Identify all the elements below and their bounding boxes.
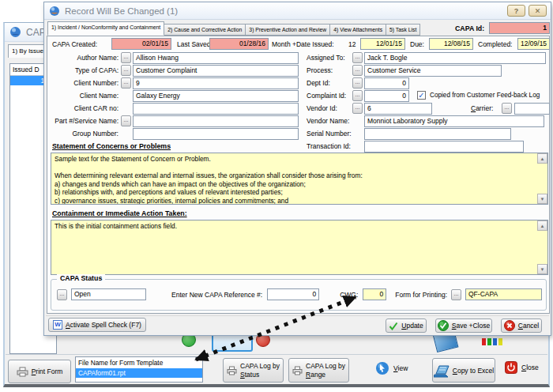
capa-app-icon bbox=[9, 26, 21, 38]
statement-textarea[interactable]: Sample text for the Statement of Concern… bbox=[51, 153, 548, 205]
form-for-printing-lookup-button[interactable]: ... bbox=[451, 289, 461, 300]
process-field[interactable]: Customer Service bbox=[364, 65, 502, 77]
client-car-no-label: Client CAR no: bbox=[46, 104, 118, 112]
vendor-id-label: Vendor Id: bbox=[307, 104, 337, 112]
close-button[interactable]: Close bbox=[505, 361, 539, 374]
dept-id-label: Dept Id: bbox=[307, 79, 330, 87]
complaint-id-label: Complaint Id: bbox=[307, 92, 346, 100]
form-for-printing-field[interactable]: QF-CAPA bbox=[465, 288, 542, 300]
capa-log-by-range-button[interactable]: CAPA Log by Range bbox=[288, 358, 349, 383]
process-lookup-button[interactable]: ... bbox=[352, 65, 363, 76]
type-lookup-button[interactable]: ... bbox=[121, 65, 131, 76]
status-lookup-button[interactable]: ... bbox=[57, 289, 67, 300]
containment-scroll-down[interactable]: ▼ bbox=[537, 264, 547, 274]
assigned-lookup-button[interactable]: ... bbox=[352, 52, 363, 63]
close-label: Close bbox=[521, 364, 539, 371]
print-form-button[interactable]: Print Form bbox=[8, 360, 71, 383]
last-saved-field[interactable]: 01/28/16 bbox=[209, 38, 269, 50]
author-name-label: Author Name: bbox=[46, 54, 118, 62]
containment-scroll-up[interactable]: ▲ bbox=[537, 220, 547, 231]
type-of-capa-label: Type of CAPA: bbox=[46, 66, 118, 74]
save-close-label: Save +Close bbox=[452, 322, 490, 330]
print-form-label: Print Form bbox=[32, 368, 63, 375]
vendor-name-field[interactable]: Monniot Laboratory Supply bbox=[364, 115, 544, 127]
complaint-lookup-button[interactable]: ... bbox=[352, 90, 363, 101]
assigned-to-label: Assigned To: bbox=[307, 54, 345, 62]
client-name-field[interactable]: Galaxy Energy bbox=[133, 90, 299, 102]
copy-to-excel-button[interactable]: Copy to Excel bbox=[432, 358, 495, 383]
printer-icon bbox=[227, 366, 237, 375]
assigned-to-field[interactable]: Jack T. Bogle bbox=[364, 52, 546, 64]
tab-view-attachments[interactable]: 4) View Attachments bbox=[330, 24, 386, 36]
capa-log-by-range-line1: CAPA Log by bbox=[306, 362, 345, 370]
carrier-field[interactable] bbox=[514, 103, 550, 115]
dept-id-field[interactable]: 0 bbox=[364, 77, 409, 89]
client-number-lookup-button[interactable]: ... bbox=[121, 77, 131, 89]
activate-spell-check-button[interactable]: W Activate Spell Check (F7) bbox=[48, 318, 146, 332]
tab-cause-corrective-action[interactable]: 2) Cause and Corrective Action bbox=[164, 24, 246, 36]
last-saved-label: Last Saved: bbox=[177, 40, 213, 48]
author-name-field[interactable]: Allison Hwang bbox=[133, 52, 299, 64]
client-number-field[interactable]: 9 bbox=[133, 77, 299, 89]
group-number-field[interactable] bbox=[133, 128, 299, 140]
cwg-field[interactable]: 0 bbox=[363, 288, 386, 300]
statement-scroll-up[interactable]: ▲ bbox=[537, 153, 547, 164]
close-dialog-button[interactable]: ✕ bbox=[529, 5, 547, 17]
serial-number-field[interactable] bbox=[364, 128, 511, 140]
dialog-titlebar[interactable]: Record Will Be Changed (1) bbox=[44, 2, 551, 20]
capa-log-by-status-line1: CAPA Log by bbox=[240, 362, 280, 370]
capa-id-label: CAPA Id: bbox=[455, 24, 484, 32]
copied-from-feedback-checkbox[interactable]: ✓ bbox=[417, 91, 426, 100]
part-lookup-button[interactable]: ... bbox=[121, 115, 131, 126]
author-lookup-button[interactable]: ... bbox=[121, 52, 131, 63]
status-field[interactable]: Open bbox=[71, 288, 146, 300]
printer-icon bbox=[292, 366, 303, 375]
vendor-name-label: Vendor Name: bbox=[307, 117, 349, 125]
vendor-lookup-button[interactable]: ... bbox=[352, 103, 363, 114]
client-car-no-field[interactable] bbox=[133, 103, 299, 115]
transaction-id-field[interactable] bbox=[364, 141, 524, 153]
dialog-title: Record Will Be Changed (1) bbox=[65, 6, 178, 16]
capa-log-by-status-button[interactable]: CAPA Log by Status bbox=[223, 358, 284, 383]
copy-to-excel-label: Copy to Excel bbox=[453, 367, 494, 375]
part-service-name-label: Part #/Service Name: bbox=[46, 117, 118, 125]
help-button[interactable]: ? bbox=[507, 5, 525, 17]
completed-field[interactable]: 12/09/15 bbox=[517, 38, 550, 50]
capa-created-field[interactable]: 02/01/15 bbox=[111, 38, 171, 50]
vendor-id-field[interactable]: 6 bbox=[364, 103, 432, 115]
capa-log-by-range-line2: Range bbox=[306, 371, 345, 379]
process-label: Process: bbox=[307, 66, 333, 74]
due-field[interactable]: 12/08/15 bbox=[429, 38, 473, 50]
group-number-label: Group Number: bbox=[46, 130, 118, 138]
hidden-colorful-icon[interactable] bbox=[482, 338, 502, 345]
new-capa-reference-field[interactable]: 0 bbox=[267, 288, 319, 300]
view-label: View bbox=[393, 364, 408, 372]
copy-to-excel-icon bbox=[434, 364, 450, 378]
record-will-be-changed-dialog: Record Will Be Changed (1) ? ✕ 1) Incide… bbox=[43, 2, 551, 336]
power-close-icon bbox=[505, 361, 517, 374]
green-circle-check-icon bbox=[438, 320, 449, 331]
containment-textarea[interactable]: This is the initial containment actions … bbox=[51, 220, 548, 275]
tab-task-list[interactable]: 5) Task List bbox=[386, 24, 420, 36]
part-service-name-field[interactable] bbox=[133, 115, 299, 127]
client-name-label: Client Name: bbox=[46, 92, 118, 100]
cancel-label: Cancel bbox=[518, 322, 539, 330]
date-issued-field[interactable]: 12/01/15 bbox=[360, 38, 405, 50]
type-of-capa-field[interactable]: Customer Complaint bbox=[133, 65, 299, 77]
form-template-list[interactable]: File Name for Form Template CAPAform01.r… bbox=[75, 356, 203, 383]
dept-lookup-button[interactable]: ... bbox=[352, 77, 363, 89]
capa-id-field[interactable]: 1 bbox=[489, 22, 550, 34]
update-button[interactable]: Update bbox=[386, 318, 427, 333]
view-icon bbox=[375, 361, 389, 375]
cancel-button[interactable]: Cancel bbox=[501, 318, 542, 333]
tab-incident-nonconformity[interactable]: 1) Incident / NonConformity and Containm… bbox=[47, 21, 164, 36]
capa-created-label: CAPA Created: bbox=[52, 40, 97, 48]
form-template-selected-item[interactable]: CAPAform01.rpt bbox=[76, 368, 202, 378]
statement-scroll-down[interactable]: ▼ bbox=[537, 194, 547, 204]
complaint-id-field[interactable]: 0 bbox=[364, 90, 409, 102]
view-button[interactable]: View bbox=[375, 361, 408, 375]
screen: CAPA 1) By Issue Issued D 12/0 Print For… bbox=[0, 0, 553, 392]
carrier-lookup-button[interactable]: ... bbox=[502, 103, 512, 114]
tab-preventive-action-review[interactable]: 3) Preventive Action and Review bbox=[246, 24, 330, 36]
save-close-button[interactable]: Save +Close bbox=[435, 318, 492, 333]
